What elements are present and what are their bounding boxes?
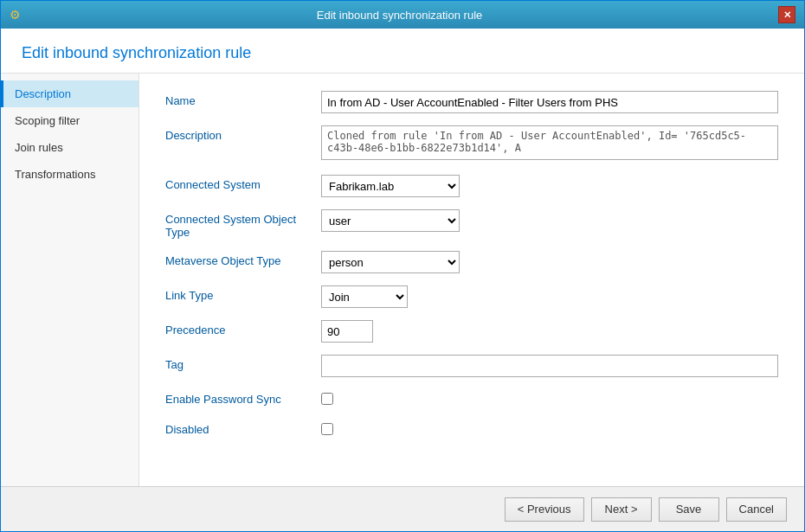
link-type-label: Link Type: [165, 285, 321, 302]
precedence-label: Precedence: [165, 320, 321, 337]
metaverse-object-type-label: Metaverse Object Type: [165, 251, 321, 267]
description-textarea[interactable]: Cloned from rule 'In from AD - User Acco…: [321, 125, 778, 160]
metaverse-object-type-row: Metaverse Object Type person: [165, 251, 778, 273]
connected-system-control-wrap: Fabrikam.lab: [321, 175, 778, 197]
link-type-row: Link Type Join: [165, 285, 778, 308]
name-row: Name: [165, 91, 778, 113]
description-label: Description: [165, 125, 321, 142]
connected-system-object-type-label: Connected System Object Type: [165, 209, 321, 239]
page-header: Edit inbound synchronization rule: [1, 29, 804, 74]
enable-password-sync-label: Enable Password Sync: [165, 389, 321, 406]
link-type-select-wrap: Join: [321, 285, 778, 308]
link-type-select[interactable]: Join: [321, 285, 408, 308]
enable-password-sync-checkbox[interactable]: [321, 393, 333, 405]
connected-system-object-type-select[interactable]: user: [321, 209, 460, 232]
sidebar: Description Scoping filter Join rules Tr…: [1, 74, 139, 486]
disabled-control-wrap: [321, 420, 778, 438]
window-icon: ⚙: [10, 8, 21, 22]
tag-input[interactable]: [321, 355, 778, 377]
connected-system-label: Connected System: [165, 175, 321, 191]
connected-system-object-type-select-wrap: user: [321, 209, 778, 232]
sidebar-item-description[interactable]: Description: [1, 80, 138, 107]
precedence-row: Precedence: [165, 320, 778, 343]
main-layout: Description Scoping filter Join rules Tr…: [1, 74, 804, 486]
disabled-checkbox[interactable]: [321, 423, 333, 435]
precedence-input[interactable]: [321, 320, 373, 343]
main-window: ⚙ Edit inbound synchronization rule ✕ Ed…: [0, 0, 805, 532]
sidebar-item-transformations[interactable]: Transformations: [1, 161, 138, 188]
page-title: Edit inbound synchronization rule: [22, 44, 783, 62]
description-control-wrap: Cloned from rule 'In from AD - User Acco…: [321, 125, 778, 163]
connected-system-object-type-control-wrap: user: [321, 209, 778, 232]
footer-bar: < Previous Next > Save Cancel: [1, 486, 804, 531]
close-button[interactable]: ✕: [778, 6, 795, 23]
tag-label: Tag: [165, 355, 321, 371]
connected-system-select-wrap: Fabrikam.lab: [321, 175, 778, 197]
next-button[interactable]: Next >: [591, 497, 652, 522]
sidebar-item-scoping-filter[interactable]: Scoping filter: [1, 107, 138, 134]
connected-system-row: Connected System Fabrikam.lab: [165, 175, 778, 197]
disabled-row: Disabled: [165, 420, 778, 438]
cancel-button[interactable]: Cancel: [726, 497, 787, 522]
precedence-control-wrap: [321, 320, 778, 343]
enable-password-sync-row: Enable Password Sync: [165, 389, 778, 407]
content-area: Edit inbound synchronization rule Descri…: [1, 29, 804, 486]
title-bar: ⚙ Edit inbound synchronization rule ✕: [1, 1, 804, 29]
name-control-wrap: [321, 91, 778, 113]
tag-control-wrap: [321, 355, 778, 377]
enable-password-sync-control-wrap: [321, 389, 778, 407]
sidebar-item-join-rules[interactable]: Join rules: [1, 134, 138, 161]
link-type-control-wrap: Join: [321, 285, 778, 308]
metaverse-object-type-control-wrap: person: [321, 251, 778, 273]
save-button[interactable]: Save: [659, 497, 719, 522]
connected-system-object-type-row: Connected System Object Type user: [165, 209, 778, 239]
window-title: Edit inbound synchronization rule: [21, 9, 778, 22]
metaverse-object-type-select[interactable]: person: [321, 251, 460, 273]
metaverse-object-type-select-wrap: person: [321, 251, 778, 273]
form-area: Name Description Cloned from rule 'In fr…: [139, 74, 804, 486]
name-label: Name: [165, 91, 321, 107]
description-row: Description Cloned from rule 'In from AD…: [165, 125, 778, 163]
previous-button[interactable]: < Previous: [505, 497, 584, 522]
name-input[interactable]: [321, 91, 778, 113]
connected-system-select[interactable]: Fabrikam.lab: [321, 175, 460, 197]
tag-row: Tag: [165, 355, 778, 377]
disabled-label: Disabled: [165, 420, 321, 436]
